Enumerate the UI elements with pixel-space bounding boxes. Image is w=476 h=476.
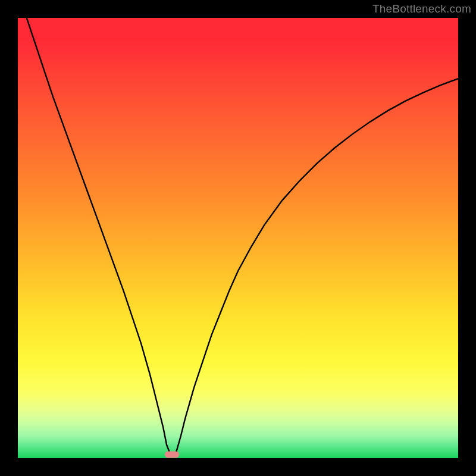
bottleneck-curve: [27, 18, 458, 456]
chart-container: TheBottleneck.com: [0, 0, 476, 476]
curve-layer: [18, 18, 458, 458]
plot-area: [18, 18, 458, 458]
watermark-text: TheBottleneck.com: [372, 2, 471, 15]
optimum-marker: [165, 452, 179, 458]
